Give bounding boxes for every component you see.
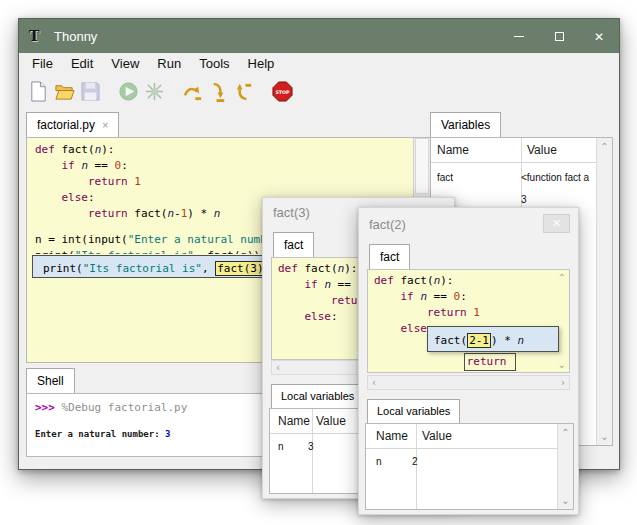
run-icon: [118, 81, 139, 102]
col-value[interactable]: Value: [316, 414, 346, 428]
col-name[interactable]: Name: [278, 414, 310, 428]
tab-close-icon[interactable]: [95, 118, 108, 132]
step-over-icon: [182, 81, 203, 102]
editor-tab-label: factorial.py: [37, 118, 95, 132]
scroll-down-icon[interactable]: ⌄: [597, 431, 612, 442]
new-file-icon: [28, 81, 49, 102]
debug-script-button[interactable]: [141, 77, 167, 105]
close-icon: [594, 27, 604, 45]
col-value[interactable]: Value: [422, 429, 452, 443]
stop-button[interactable]: STOP: [269, 77, 295, 105]
frame-title-fact3: fact(3): [273, 205, 310, 220]
variables-scrollbar[interactable]: ⌃ ⌄: [596, 138, 612, 445]
frame-tab-label: fact: [380, 250, 399, 264]
window-controls: [499, 19, 619, 53]
tab-factorial-py[interactable]: factorial.py: [26, 112, 119, 137]
step-out-button[interactable]: [231, 77, 257, 105]
frame-window-fact2: fact(2) fact def fact(n): if n == 0: ret…: [358, 207, 579, 515]
table-row[interactable]: fact<function fact a: [431, 166, 594, 188]
new-file-button[interactable]: [25, 77, 51, 105]
open-file-icon: [54, 81, 75, 102]
local-variables-tab[interactable]: Local variables: [271, 384, 364, 408]
window-title: Thonny: [54, 29, 97, 44]
variables-tab-label: Variables: [441, 118, 490, 132]
local-variables-table: Name Value n2 ⌃ ⌄: [365, 423, 574, 510]
tab-variables[interactable]: Variables: [430, 112, 501, 137]
local-variables-scrollbar[interactable]: ⌃ ⌄: [557, 424, 573, 509]
open-file-button[interactable]: [51, 77, 77, 105]
frame-tab-fact[interactable]: fact: [369, 244, 410, 269]
col-name[interactable]: Name: [376, 429, 408, 443]
code-line: return 1: [374, 305, 567, 321]
local-variables-tab[interactable]: Local variables: [367, 399, 460, 423]
evaluation-box: fact(2-1) * n: [427, 326, 559, 352]
step-into-icon: [208, 81, 229, 102]
close-button[interactable]: [579, 19, 619, 53]
minimize-button[interactable]: [499, 19, 539, 53]
menu-edit[interactable]: Edit: [62, 54, 102, 73]
shell-prompt-line: >>> %Debug factorial.py: [35, 400, 187, 416]
evaluated-expression: fact(2-1) * n: [434, 333, 524, 348]
table-row[interactable]: n2: [366, 450, 555, 472]
minimize-icon: [514, 36, 524, 37]
save-file-button[interactable]: [77, 77, 103, 105]
scroll-left-icon[interactable]: ‹: [372, 377, 376, 388]
code-line: if n == 0:: [35, 158, 410, 174]
maximize-button[interactable]: [539, 19, 579, 53]
save-file-icon: [80, 81, 101, 102]
step-over-button[interactable]: [179, 77, 205, 105]
menu-help[interactable]: Help: [239, 54, 284, 73]
active-statement-box: return: [464, 353, 516, 371]
editor-scroll-thumb[interactable]: [415, 138, 429, 194]
scroll-up-icon[interactable]: ⌃: [558, 272, 566, 283]
run-script-button[interactable]: [115, 77, 141, 105]
local-variables-header: Name Value: [366, 424, 573, 449]
code-line: def fact(n):: [35, 142, 410, 158]
frame-title-fact2: fact(2): [369, 217, 406, 232]
code-line: return 1: [35, 174, 410, 190]
titlebar[interactable]: T Thonny: [19, 19, 619, 53]
frame-close-button[interactable]: [543, 214, 570, 233]
shell-io-line: Enter a natural number: 3: [35, 426, 170, 442]
frame-code-editor[interactable]: def fact(n): if n == 0: return 1 else: r…: [367, 269, 570, 373]
tab-shell[interactable]: Shell: [26, 368, 75, 393]
step-out-icon: [234, 81, 255, 102]
frame-tab-fact[interactable]: fact: [273, 232, 314, 257]
stop-icon: STOP: [272, 81, 293, 102]
frame-horizontal-scrollbar[interactable]: ‹ ›: [367, 375, 570, 390]
menu-tools[interactable]: Tools: [190, 54, 238, 73]
scroll-down-icon[interactable]: ⌄: [558, 495, 573, 506]
menu-run[interactable]: Run: [148, 54, 190, 73]
step-into-button[interactable]: [205, 77, 231, 105]
code-line: if n == 0:: [374, 289, 567, 305]
local-variables-rows: n2: [366, 450, 555, 509]
maximize-icon: [555, 32, 564, 41]
scroll-up-icon[interactable]: ⌃: [597, 141, 612, 152]
frame-tab-label: fact: [284, 238, 303, 252]
debug-icon: [144, 81, 165, 102]
scroll-right-icon[interactable]: ›: [561, 377, 565, 388]
menu-view[interactable]: View: [102, 54, 148, 73]
shell-tab-label: Shell: [37, 374, 64, 388]
svg-text:STOP: STOP: [275, 89, 290, 94]
thonny-logo-icon: T: [29, 27, 45, 45]
scroll-up-icon[interactable]: ⌃: [558, 427, 573, 438]
variables-col-name[interactable]: Name: [437, 143, 469, 157]
menubar: File Edit View Run Tools Help: [19, 53, 619, 74]
variables-col-value[interactable]: Value: [527, 143, 557, 157]
local-variables-label: Local variables: [281, 390, 354, 402]
scroll-left-icon[interactable]: ‹: [276, 362, 280, 373]
toolbar: STOP: [19, 74, 619, 108]
scroll-down-icon[interactable]: ⌄: [558, 359, 566, 370]
code-line: def fact(n):: [374, 273, 567, 289]
local-variables-label: Local variables: [377, 405, 450, 417]
menu-file[interactable]: File: [23, 54, 62, 73]
focused-statement: print("Its factorial is", fact(3)): [43, 261, 272, 276]
